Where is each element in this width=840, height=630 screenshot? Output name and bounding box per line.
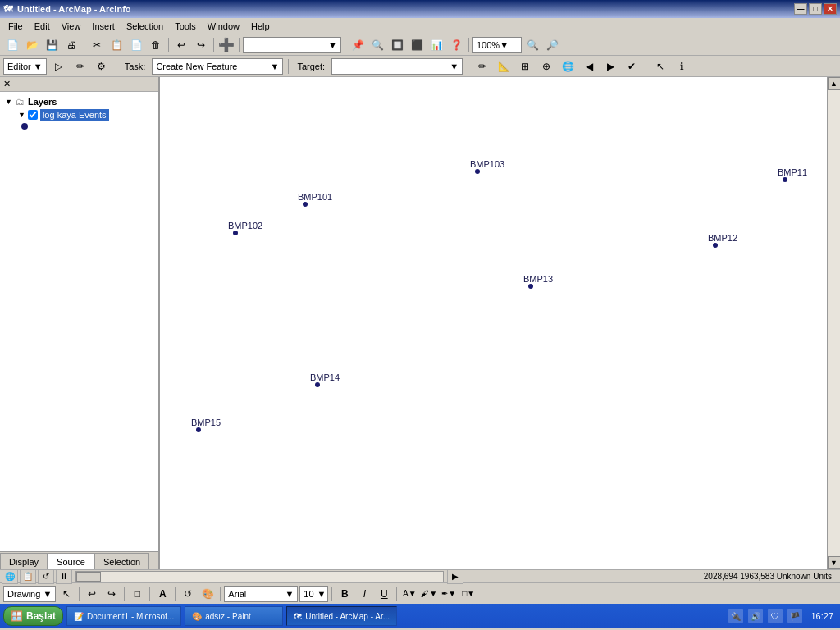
add-data-button[interactable]: ➕ xyxy=(217,36,235,54)
info-tool[interactable]: ℹ xyxy=(673,57,691,75)
tab-source[interactable]: Source xyxy=(48,553,94,569)
scroll-right-arrow[interactable]: ▶ xyxy=(447,569,463,584)
nav-back[interactable]: ◀ xyxy=(580,57,598,75)
font-dropdown[interactable]: Arial ▼ xyxy=(224,586,298,602)
fill-color-btn[interactable]: 🖌▼ xyxy=(420,585,438,603)
separator6 xyxy=(468,38,469,52)
editor-tool3[interactable]: ⚙ xyxy=(93,57,111,75)
nav-forward[interactable]: ▶ xyxy=(601,57,619,75)
map-point-BMP15[interactable]: BMP15 xyxy=(193,418,221,432)
rectangle-tool[interactable]: □ xyxy=(128,585,146,603)
sketch-complete[interactable]: ✔ xyxy=(623,57,641,75)
target-dropdown[interactable]: ▼ xyxy=(331,58,463,75)
maximize-button[interactable]: □ xyxy=(809,3,822,15)
help-button[interactable]: ❓ xyxy=(447,36,465,54)
cursor-tool-draw[interactable]: ↖ xyxy=(57,585,75,603)
menu-item-view[interactable]: View xyxy=(57,20,86,33)
find-button[interactable]: 🔍 xyxy=(368,36,386,54)
taskbar-btn-arcmap[interactable]: 🗺 Untitled - ArcMap - Ar... xyxy=(286,606,397,626)
copy-button[interactable]: 📋 xyxy=(107,36,126,54)
editor-tool2[interactable]: ✏ xyxy=(71,57,89,75)
drawing-dropdown[interactable]: Drawing ▼ xyxy=(3,586,56,602)
print-button[interactable]: 🖨 xyxy=(62,36,80,54)
shadow-btn[interactable]: □▼ xyxy=(459,585,477,603)
sketch-tool3[interactable]: ⊞ xyxy=(516,57,534,75)
bold-button[interactable]: B xyxy=(336,585,354,603)
layer-dropdown[interactable]: ▼ xyxy=(243,37,341,53)
paste-button[interactable]: 📄 xyxy=(127,36,145,54)
menu-item-help[interactable]: Help xyxy=(246,20,275,33)
new-button[interactable]: 📄 xyxy=(3,36,21,54)
map-point-BMP102[interactable]: BMP102 xyxy=(230,221,262,235)
vertical-scrollbar[interactable]: ▲ ▼ xyxy=(827,77,840,569)
minimize-button[interactable]: — xyxy=(794,3,807,15)
editor-dropdown[interactable]: Editor ▼ xyxy=(3,58,47,75)
scroll-up-arrow[interactable]: ▲ xyxy=(828,77,841,90)
font-color-btn[interactable]: A▼ xyxy=(400,585,418,603)
menu-item-window[interactable]: Window xyxy=(203,20,244,33)
save-button[interactable]: 💾 xyxy=(43,36,61,54)
map-point-BMP11[interactable]: BMP11 xyxy=(779,167,807,182)
map-point-BMP101[interactable]: BMP101 xyxy=(299,192,332,207)
taskbar-btn-paint[interactable]: 🎨 adsız - Paint xyxy=(185,606,283,626)
rotate-tool[interactable]: ↺ xyxy=(179,585,197,603)
close-button[interactable]: ✕ xyxy=(824,3,837,15)
pause-icon[interactable]: ⏸ xyxy=(56,569,72,584)
zoom-dropdown[interactable]: 100% ▼ xyxy=(472,37,522,53)
map-icon[interactable]: 🌐 xyxy=(2,569,18,584)
clear-button[interactable]: ⬛ xyxy=(408,36,426,54)
table-icon[interactable]: 📋 xyxy=(20,569,36,584)
line-color-btn[interactable]: ✒▼ xyxy=(440,585,458,603)
horizontal-scrollbar[interactable] xyxy=(75,571,444,582)
menu-item-insert[interactable]: Insert xyxy=(87,20,120,33)
expand-arrow[interactable]: ▼ xyxy=(5,98,12,106)
scroll-down-arrow[interactable]: ▼ xyxy=(828,556,841,569)
italic-button[interactable]: I xyxy=(355,585,373,603)
sketch-tool5[interactable]: 🌐 xyxy=(559,57,577,75)
zoom-in-btn[interactable]: 🔍 xyxy=(523,36,541,54)
scroll-track[interactable] xyxy=(828,90,841,556)
task-dropdown[interactable]: Create New Feature ▼ xyxy=(152,58,283,75)
open-button[interactable]: 📂 xyxy=(23,36,41,54)
sketch-tool4[interactable]: ⊕ xyxy=(537,57,555,75)
menu-item-tools[interactable]: Tools xyxy=(170,20,201,33)
taskbar-btn-document[interactable]: 📝 Document1 - Microsof... xyxy=(66,606,181,626)
font-size-dropdown[interactable]: 10 ▼ xyxy=(299,586,328,602)
cut-button[interactable]: ✂ xyxy=(88,36,106,54)
tab-display[interactable]: Display xyxy=(0,553,48,569)
delete-button[interactable]: 🗑 xyxy=(147,36,165,54)
map-point-BMP12[interactable]: BMP12 xyxy=(710,233,737,248)
cursor-tool[interactable]: ↖ xyxy=(651,57,669,75)
layer-item-logkaya[interactable]: ▼ log kaya Events xyxy=(16,108,155,121)
doc-label: Document1 - Microsof... xyxy=(87,612,174,621)
paint-tool[interactable]: 🎨 xyxy=(199,585,217,603)
undo-button[interactable]: ↩ xyxy=(172,36,190,54)
menu-item-edit[interactable]: Edit xyxy=(30,20,55,33)
map-area[interactable]: BMP103BMP11BMP101BMP102BMP12BMP13BMP14BM… xyxy=(160,77,827,569)
map-point-BMP103[interactable]: BMP103 xyxy=(472,159,504,174)
sketch-tool1[interactable]: ✏ xyxy=(473,57,491,75)
map-label-BMP15: BMP15 xyxy=(191,418,221,427)
text-tool[interactable]: A xyxy=(153,585,171,603)
underline-button[interactable]: U xyxy=(375,585,393,603)
table-button[interactable]: 📊 xyxy=(427,36,445,54)
titlebar-left: 🗺 Untitled - ArcMap - ArcInfo xyxy=(3,4,131,14)
redo-draw[interactable]: ↪ xyxy=(103,585,121,603)
layer-checkbox[interactable] xyxy=(28,110,38,120)
menu-item-selection[interactable]: Selection xyxy=(121,20,168,33)
sketch-tool2[interactable]: 📐 xyxy=(495,57,513,75)
select-button[interactable]: 🔲 xyxy=(388,36,406,54)
undo-draw[interactable]: ↩ xyxy=(83,585,101,603)
zoom-out-btn[interactable]: 🔎 xyxy=(543,36,561,54)
refresh-icon[interactable]: ↺ xyxy=(38,569,54,584)
editor-tool1[interactable]: ▷ xyxy=(50,57,68,75)
zoom-value: 100% xyxy=(477,40,500,50)
identify-button[interactable]: 📌 xyxy=(349,36,367,54)
map-point-BMP13[interactable]: BMP13 xyxy=(525,274,553,289)
tab-selection[interactable]: Selection xyxy=(94,553,149,569)
zoom-arrow: ▼ xyxy=(500,40,509,50)
start-button[interactable]: 🪟 Başlat xyxy=(3,606,63,626)
menu-item-file[interactable]: File xyxy=(3,20,28,33)
map-point-BMP14[interactable]: BMP14 xyxy=(312,372,340,387)
redo-button[interactable]: ↪ xyxy=(192,36,210,54)
